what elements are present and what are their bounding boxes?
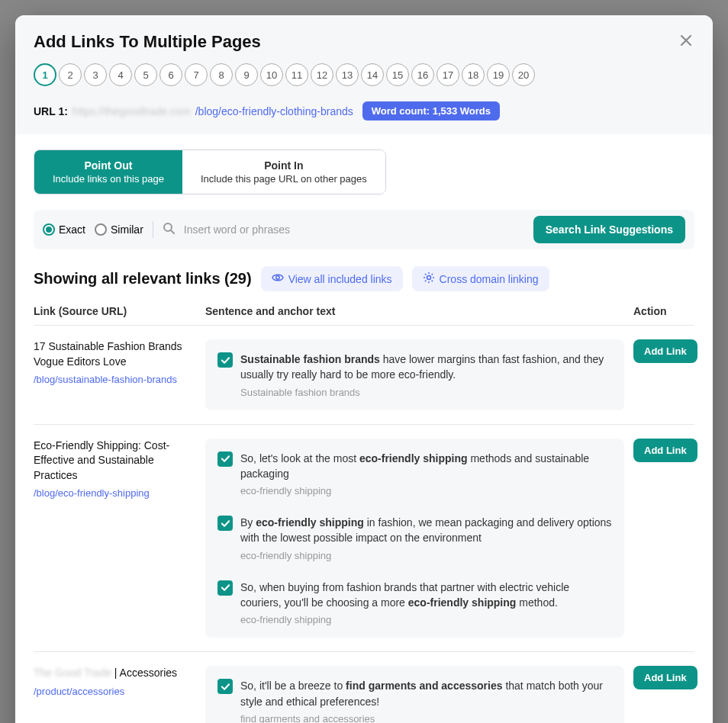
add-link-button[interactable]: Add Link: [633, 666, 697, 689]
step-4[interactable]: 4: [109, 63, 132, 86]
tab-title: Point Out: [53, 159, 164, 172]
gear-icon: [423, 272, 435, 286]
modal-body: Point Out Include links on this page Poi…: [15, 134, 713, 723]
results-header: Showing all relevant links (29) View all…: [34, 266, 694, 291]
word-count-badge: Word count: 1,533 Words: [362, 101, 500, 120]
step-16[interactable]: 16: [411, 63, 434, 86]
link-title: 17 Sustainable Fashion Brands Vogue Edit…: [34, 339, 196, 369]
radio-label: Exact: [59, 223, 85, 236]
checkbox[interactable]: [217, 580, 233, 596]
anchor-text: find garments and accessories: [240, 713, 612, 723]
results-heading: Showing all relevant links (29): [34, 270, 252, 288]
step-12[interactable]: 12: [311, 63, 333, 86]
anchor-text: eco-friendly shipping: [240, 614, 612, 625]
sentence-text: So, it'll be a breeze to find garments a…: [240, 678, 612, 709]
sentence-list: So, it'll be a breeze to find garments a…: [205, 666, 624, 723]
checkbox[interactable]: [217, 352, 233, 368]
sentences-cell: Sustainable fashion brands have lower ma…: [205, 339, 633, 410]
chip-label: Cross domain linking: [440, 273, 539, 285]
tab-title: Point In: [201, 159, 367, 172]
col-action: Action: [633, 305, 694, 317]
modal-header: Add Links To Multiple Pages 123456789101…: [15, 15, 713, 134]
tab-point-in[interactable]: Point In Include this page URL on other …: [182, 150, 385, 194]
sentence-text: Sustainable fashion brands have lower ma…: [240, 352, 612, 383]
search-row: Exact Similar Search Link Suggestions: [34, 210, 694, 249]
step-5[interactable]: 5: [134, 63, 157, 86]
add-link-button[interactable]: Add Link: [633, 339, 697, 363]
step-11[interactable]: 11: [285, 63, 308, 86]
sentence-item: Sustainable fashion brands have lower ma…: [205, 342, 624, 407]
col-link: Link (Source URL): [34, 305, 205, 317]
table-header: Link (Source URL) Sentence and anchor te…: [34, 305, 694, 325]
radio-exact[interactable]: Exact: [43, 223, 85, 236]
anchor-text: eco-friendly shipping: [240, 485, 612, 496]
sentence-item: So, when buying from fashion brands that…: [205, 570, 624, 635]
step-18[interactable]: 18: [462, 63, 485, 86]
step-7[interactable]: 7: [185, 63, 208, 86]
action-cell: Add Link: [633, 339, 694, 410]
modal-title: Add Links To Multiple Pages: [34, 32, 261, 52]
col-sentence: Sentence and anchor text: [205, 305, 633, 317]
step-13[interactable]: 13: [336, 63, 359, 86]
table-row: 17 Sustainable Fashion Brands Vogue Edit…: [34, 325, 694, 424]
tabs: Point Out Include links on this page Poi…: [34, 149, 386, 194]
step-19[interactable]: 19: [487, 63, 510, 86]
checkbox[interactable]: [217, 679, 233, 694]
step-1[interactable]: 1: [34, 63, 56, 86]
link-cell: The Good Trade | Accessories/product/acc…: [34, 666, 205, 723]
link-url[interactable]: /blog/sustainable-fashion-brands: [34, 374, 196, 385]
search-button[interactable]: Search Link Suggestions: [533, 216, 685, 243]
step-14[interactable]: 14: [361, 63, 384, 86]
link-title: Eco-Friendly Shipping: Cost-Effective an…: [34, 439, 196, 484]
sentence-list: So, let's look at the most eco-friendly …: [205, 439, 624, 638]
step-8[interactable]: 8: [210, 63, 233, 86]
link-cell: 17 Sustainable Fashion Brands Vogue Edit…: [34, 339, 205, 410]
table-row: The Good Trade | Accessories/product/acc…: [34, 651, 694, 723]
blurred-text: The Good Trade: [34, 667, 111, 679]
chip-cross-domain[interactable]: Cross domain linking: [412, 266, 549, 291]
step-6[interactable]: 6: [159, 63, 182, 86]
svg-point-2: [427, 276, 430, 280]
anchor-text: eco-friendly shipping: [240, 550, 612, 561]
step-3[interactable]: 3: [84, 63, 107, 86]
url-path: /blog/eco-friendly-clothing-brands: [195, 105, 353, 117]
sentences-cell: So, let's look at the most eco-friendly …: [205, 439, 633, 638]
sentence-list: Sustainable fashion brands have lower ma…: [205, 339, 624, 410]
match-mode-group: Exact Similar: [43, 223, 143, 236]
tab-subtitle: Include this page URL on other pages: [201, 173, 367, 185]
add-link-button[interactable]: Add Link: [633, 439, 697, 462]
link-url[interactable]: /blog/eco-friendly-shipping: [34, 487, 196, 499]
close-icon[interactable]: [678, 31, 694, 53]
link-title: The Good Trade | Accessories: [34, 666, 196, 681]
step-indicator: 1234567891011121314151617181920: [34, 63, 694, 86]
anchor-text: Sustainable fashion brands: [240, 387, 612, 398]
link-cell: Eco-Friendly Shipping: Cost-Effective an…: [34, 439, 205, 638]
sentences-cell: So, it'll be a breeze to find garments a…: [205, 666, 633, 723]
step-15[interactable]: 15: [386, 63, 409, 86]
table-row: Eco-Friendly Shipping: Cost-Effective an…: [34, 424, 694, 652]
chip-view-included[interactable]: View all included links: [261, 266, 403, 291]
checkbox[interactable]: [217, 516, 233, 531]
radio-similar[interactable]: Similar: [95, 223, 143, 236]
step-9[interactable]: 9: [235, 63, 258, 86]
step-2[interactable]: 2: [59, 63, 82, 86]
search-icon: [163, 222, 175, 237]
step-17[interactable]: 17: [436, 63, 459, 86]
action-cell: Add Link: [633, 439, 694, 638]
tab-point-out[interactable]: Point Out Include links on this page: [34, 150, 182, 194]
step-10[interactable]: 10: [260, 63, 283, 86]
url-row: URL 1: https://thegoodtrade.com /blog/ec…: [34, 101, 694, 120]
chip-label: View all included links: [288, 273, 392, 285]
sentence-text: So, when buying from fashion brands that…: [240, 580, 612, 611]
step-20[interactable]: 20: [512, 63, 535, 86]
radio-dot-icon: [95, 223, 107, 236]
link-url[interactable]: /product/accessories: [34, 686, 196, 697]
search-input[interactable]: [184, 223, 524, 236]
svg-point-1: [275, 276, 279, 279]
sentence-item: By eco-friendly shipping in fashion, we …: [205, 506, 624, 570]
modal-add-links: Add Links To Multiple Pages 123456789101…: [15, 15, 713, 723]
url-host: https://thegoodtrade.com: [72, 105, 191, 117]
sentence-item: So, let's look at the most eco-friendly …: [205, 442, 624, 506]
sentence-text: By eco-friendly shipping in fashion, we …: [240, 515, 612, 546]
checkbox[interactable]: [217, 451, 233, 467]
